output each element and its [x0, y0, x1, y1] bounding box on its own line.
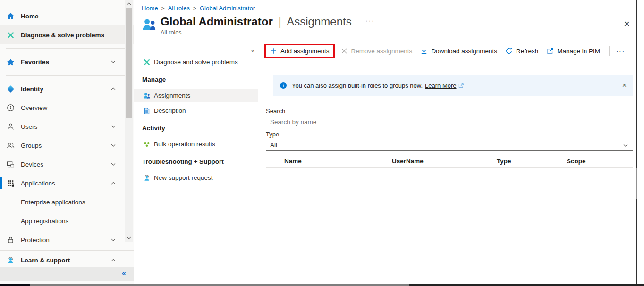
- title-more-button[interactable]: ···: [365, 17, 374, 24]
- sidebar-collapse-button[interactable]: «: [122, 269, 126, 278]
- sidebar-item-overview[interactable]: Overview: [0, 98, 134, 117]
- cluster-icon: [143, 141, 151, 148]
- star-icon: [7, 58, 15, 66]
- learn-more-link[interactable]: Learn More: [425, 82, 456, 89]
- sidebar-item-identity[interactable]: Identity: [0, 79, 134, 98]
- divider: [142, 135, 248, 135]
- banner-close-button[interactable]: ×: [622, 82, 627, 89]
- page-title: Global Administrator: [161, 15, 273, 28]
- breadcrumb-link-home[interactable]: Home: [142, 5, 158, 12]
- toolbar-button-label: Manage in PIM: [557, 48, 600, 55]
- sidebar-item-users[interactable]: Users: [0, 117, 134, 136]
- toolbar-button-label: Add assignments: [280, 48, 330, 55]
- info-icon: [280, 82, 287, 89]
- xgray-icon: [340, 47, 348, 55]
- sidebar-item-diagnose-solve-problems[interactable]: Diagnose & solve problems: [0, 25, 134, 44]
- assignments-content: Add assignmentsRemove assignmentsDownloa…: [258, 43, 636, 284]
- menu-item-label: New support request: [154, 174, 213, 181]
- sidebar-item-devices[interactable]: Devices: [0, 155, 134, 174]
- page-title-tab: Assignments: [287, 15, 351, 28]
- sidebar-item-label: Groups: [21, 142, 42, 149]
- sidebar-item-home[interactable]: Home: [0, 7, 134, 25]
- type-label: Type: [266, 131, 636, 138]
- external-icon: [546, 47, 554, 55]
- tools-icon: [143, 59, 151, 66]
- toolbar-button-add-assignments[interactable]: Add assignments: [264, 44, 335, 58]
- person-icon: [7, 123, 15, 131]
- role-people-icon: [142, 17, 157, 31]
- sidebar-item-label: Users: [21, 123, 37, 130]
- menu-item-assignments[interactable]: Assignments: [134, 89, 258, 102]
- menu-item-new-support-request[interactable]: New support request: [134, 171, 258, 184]
- table-header-row: NameUserNameTypeScope: [266, 155, 633, 168]
- azure-portal-window: HomeDiagnose & solve problemsFavoritesId…: [0, 0, 644, 286]
- sidebar-item-favorites[interactable]: Favorites: [0, 52, 134, 71]
- peopleblue-icon: [143, 92, 151, 100]
- menu-item-description[interactable]: Description: [134, 104, 258, 117]
- close-blade-button[interactable]: ×: [624, 19, 630, 29]
- menu-item-label: Assignments: [154, 92, 190, 99]
- divider: [142, 168, 248, 168]
- sidebar-item-protection[interactable]: Protection: [0, 230, 134, 249]
- menu-section-manage: Manage: [134, 76, 258, 83]
- sidebar-item-label: Devices: [21, 161, 43, 168]
- toolbar-overflow-button[interactable]: ···: [616, 48, 625, 55]
- refresh-icon: [505, 47, 513, 55]
- sidebar-item-label: Favorites: [21, 59, 49, 66]
- menu-section-troubleshooting-support: Troubleshooting + Support: [134, 158, 258, 165]
- title-separator: |: [278, 15, 281, 28]
- sidebar-item-label: Diagnose & solve problems: [21, 32, 104, 39]
- sidebar-item-label: Overview: [21, 104, 47, 111]
- divider: [6, 48, 128, 49]
- scrollbar-thumb[interactable]: [126, 8, 132, 118]
- sidebar-item-enterprise-applications[interactable]: Enterprise applications: [0, 193, 134, 211]
- toolbar-divider: [609, 46, 610, 56]
- breadcrumb: Home>All roles>Global Administrator: [142, 5, 636, 12]
- toolbar-button-manage-in-pim[interactable]: Manage in PIM: [546, 47, 600, 55]
- sidebar-item-applications[interactable]: Applications: [0, 174, 134, 193]
- right-edge-scrollbar: [636, 0, 637, 284]
- scrollbar-down-icon[interactable]: [126, 235, 132, 241]
- people-icon: [7, 142, 15, 150]
- breadcrumb-link-all-roles[interactable]: All roles: [168, 5, 190, 12]
- chevron-up-icon: [110, 180, 117, 186]
- role-menu-groups: Diagnose and solve problemsManageAssignm…: [134, 56, 258, 184]
- sidebar-item-groups[interactable]: Groups: [0, 136, 134, 155]
- download-icon: [420, 47, 428, 55]
- chevron-down-icon: [110, 123, 117, 130]
- search-label: Search: [266, 108, 636, 115]
- sidebar-item-learn-support[interactable]: Learn & support: [0, 251, 134, 269]
- banner-text: You can also assign built-in roles to gr…: [292, 82, 423, 89]
- toolbar-button-refresh[interactable]: Refresh: [505, 47, 538, 55]
- support-icon: [7, 256, 15, 264]
- support-icon: [143, 174, 151, 182]
- menu-item-label: Description: [154, 107, 186, 114]
- sidebar-item-app-registrations[interactable]: App registrations: [0, 211, 134, 230]
- scrollbar-up-icon[interactable]: [126, 0, 132, 7]
- blade-header: Home>All roles>Global Administrator Glob…: [134, 0, 636, 43]
- menu-item-bulk-operation-results[interactable]: Bulk operation results: [134, 138, 258, 151]
- devices-icon: [7, 160, 15, 168]
- sidebar: HomeDiagnose & solve problemsFavoritesId…: [0, 0, 134, 284]
- sidebar-scrollbar[interactable]: [125, 0, 133, 242]
- home-icon: [7, 12, 15, 20]
- toolbar-button-download-assignments[interactable]: Download assignments: [420, 47, 497, 55]
- chevron-up-icon: [110, 257, 117, 263]
- sidebar-item-label: Applications: [21, 180, 55, 187]
- toolbar-button-remove-assignments[interactable]: Remove assignments: [340, 47, 413, 55]
- entra-icon: [7, 85, 15, 93]
- type-dropdown[interactable]: All: [266, 140, 633, 151]
- chevron-down-icon: [110, 59, 117, 65]
- toolbar-button-label: Download assignments: [431, 48, 497, 55]
- sidebar-item-label: Home: [21, 13, 39, 20]
- title-context: All roles: [161, 29, 374, 36]
- search-input[interactable]: [266, 117, 633, 127]
- divider: [6, 75, 128, 76]
- menu-item-label: Bulk operation results: [154, 141, 215, 148]
- menu-collapse-button[interactable]: «: [251, 46, 255, 54]
- doc-icon: [143, 107, 151, 115]
- sidebar-item-label: App registrations: [21, 218, 68, 225]
- selected-indicator: [0, 177, 2, 189]
- breadcrumb-link-global-administrator[interactable]: Global Administrator: [200, 5, 255, 12]
- menu-item-diagnose-and-solve-problems[interactable]: Diagnose and solve problems: [134, 56, 258, 68]
